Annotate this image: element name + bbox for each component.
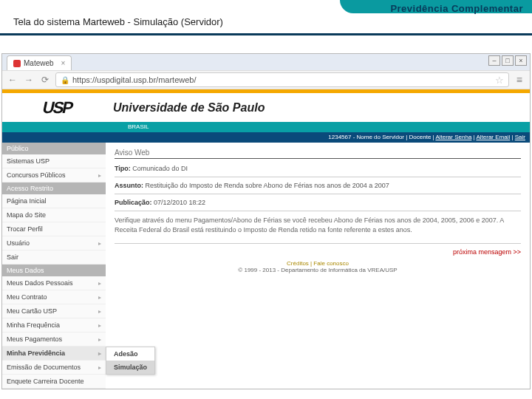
window-buttons: – □ × [488,55,527,66]
sidebar-item-label: Minha Frequência [7,321,60,329]
sidebar-item[interactable]: Mapa do Site [2,208,106,222]
sidebar-item-label: Mapa do Site [7,211,46,219]
divider [115,243,521,244]
chevron-right-icon: ▸ [98,322,101,329]
tab-label: Mateweb [24,59,54,67]
chevron-right-icon: ▸ [98,172,101,179]
copyright: © 1999 - 2013 - Departamento de Informát… [115,267,521,273]
lock-icon: 🔒 [61,76,69,84]
forward-button[interactable]: → [23,74,35,86]
sidebar-item[interactable]: Sistemas USP [2,154,106,168]
main-panel: Aviso Web Tipo: Comunicado do DI Assunto… [106,143,530,389]
browser-tabbar: Mateweb × – □ × [2,54,530,70]
divider [115,211,521,211]
divider [115,177,521,177]
sidebar-item-label: Trocar Perfil [7,225,43,233]
sidebar-item-label: Sair [7,253,18,261]
sidebar-item-label: Meus Dados Pessoais [7,279,73,287]
sidebar-section-head: Meus Dados [2,265,106,276]
tipo-row: Tipo: Comunicado do DI [115,165,521,172]
sidebar-item-label: Meu Cartão USP [7,307,57,315]
sidebar-item[interactable]: Meus Pagamentos▸ [2,332,106,347]
sidebar-item-label: Meu Contrato [7,293,47,301]
sidebar-item-label: Concursos Públicos [7,171,66,179]
sidebar-item[interactable]: Concursos Públicos▸ [2,168,106,183]
sidebar-item[interactable]: Meus Dados Pessoais▸ [2,276,106,290]
submenu-item[interactable]: Simulação [106,361,154,374]
chevron-right-icon: ▸ [98,336,101,343]
sidebar-item[interactable]: Usuário▸ [2,236,106,250]
assunto-value: Restituição do Imposto de Renda sobre Ab… [146,182,389,189]
sidebar-item[interactable]: Minha Frequência▸ [2,318,106,332]
url-text: https://uspdigital.usp.br/marteweb/ [72,75,492,84]
assunto-row: Assunto: Restituição do Imposto de Renda… [115,182,521,189]
sidebar-section-head: Acesso Restrito [2,183,106,194]
browser-window: Mateweb × – □ × ← → ⟳ 🔒 https://uspdigit… [1,53,531,389]
sidebar-item-label: Minha Previdência [7,349,65,357]
sidebar-section-head: Público [2,143,106,154]
sidebar-item-label: Página Inicial [7,197,47,205]
sidebar-item-label: Usuário [7,239,30,247]
submenu-item[interactable]: Adesão [106,347,154,361]
usp-logo: USP [41,98,75,117]
browser-tab[interactable]: Mateweb × [7,55,72,70]
sidebar-item[interactable]: Trocar Perfil [2,222,106,236]
slide-title-right: Previdência Complementar [390,3,523,14]
user-info: 1234567 - Nome do Servidor | Docente [328,134,431,140]
assunto-label: Assunto: [115,182,143,189]
chevron-right-icon: ▸ [98,308,101,315]
tipo-value: Comunicado do DI [132,165,188,172]
slide-header: Previdência Complementar Tela do sistema… [0,0,532,35]
alterar-email-link[interactable]: Alterar Email [476,134,510,140]
next-message-link[interactable]: próxima mensagem >> [115,248,521,256]
sidebar-item-label: Sistemas USP [7,157,50,165]
back-button[interactable]: ← [7,74,18,86]
university-name: Universidade de São Paulo [113,101,265,115]
pub-value: 07/12/2010 18:22 [154,199,205,206]
footer-links[interactable]: Créditos | Fale conosco [287,260,349,267]
browser-menu-icon[interactable]: ≡ [514,74,525,86]
user-bar: 1234567 - Nome do Servidor | Docente | A… [2,132,530,143]
reload-button[interactable]: ⟳ [39,74,51,86]
url-box[interactable]: 🔒 https://uspdigital.usp.br/marteweb/ ☆ [55,72,509,87]
chevron-right-icon: ▸ [98,240,101,247]
chevron-right-icon: ▸ [98,364,101,371]
alterar-senha-link[interactable]: Alterar Senha [435,134,471,140]
sidebar-item[interactable]: Minha Previdência▸AdesãoSimulação [2,347,106,361]
sidebar-item[interactable]: Página Inicial [2,194,106,208]
sidebar-item[interactable]: Enquete Carreira Docente [2,375,106,389]
address-bar: ← → ⟳ 🔒 https://uspdigital.usp.br/martew… [2,70,530,89]
sidebar-item-label: Enquete Carreira Docente [7,378,84,385]
close-button[interactable]: × [515,55,527,66]
sidebar-item[interactable]: Emissão de Documentos▸ [2,361,106,375]
maximize-button[interactable]: □ [502,55,514,66]
pub-row: Publicação: 07/12/2010 18:22 [115,199,521,206]
sidebar-item-label: Meus Pagamentos [7,335,62,343]
sidebar-item[interactable]: Meu Contrato▸ [2,290,106,304]
tipo-label: Tipo: [115,165,131,172]
chevron-right-icon: ▸ [98,280,101,287]
close-tab-icon[interactable]: × [61,59,66,67]
chevron-right-icon: ▸ [98,350,101,357]
sidebar: PúblicoSistemas USPConcursos Públicos▸Ac… [2,143,106,389]
aviso-title: Aviso Web [115,149,521,159]
sidebar-item[interactable]: Meu Cartão USP▸ [2,304,106,318]
submenu: AdesãoSimulação [106,347,155,375]
sair-link[interactable]: Sair [515,134,525,140]
slide-title-left: Tela do sistema Marteweb - Simulação (Se… [13,16,223,27]
footer: Créditos | Fale conosco © 1999 - 2013 - … [115,260,521,273]
favicon-icon [13,60,21,67]
message-body: Verifique através do menu Pagamentos/Abo… [115,216,521,234]
bookmark-star-icon[interactable]: ☆ [495,75,504,86]
content-area: PúblicoSistemas USPConcursos Públicos▸Ac… [2,143,530,389]
sidebar-item[interactable]: Sair [2,250,106,265]
logo-wrap: USP [2,92,113,124]
site-header: USP Universidade de São Paulo [2,89,530,122]
minimize-button[interactable]: – [488,55,500,66]
chevron-right-icon: ▸ [98,294,101,301]
sidebar-item-label: Emissão de Documentos [7,364,81,371]
divider [115,194,521,194]
pub-label: Publicação: [115,199,152,206]
